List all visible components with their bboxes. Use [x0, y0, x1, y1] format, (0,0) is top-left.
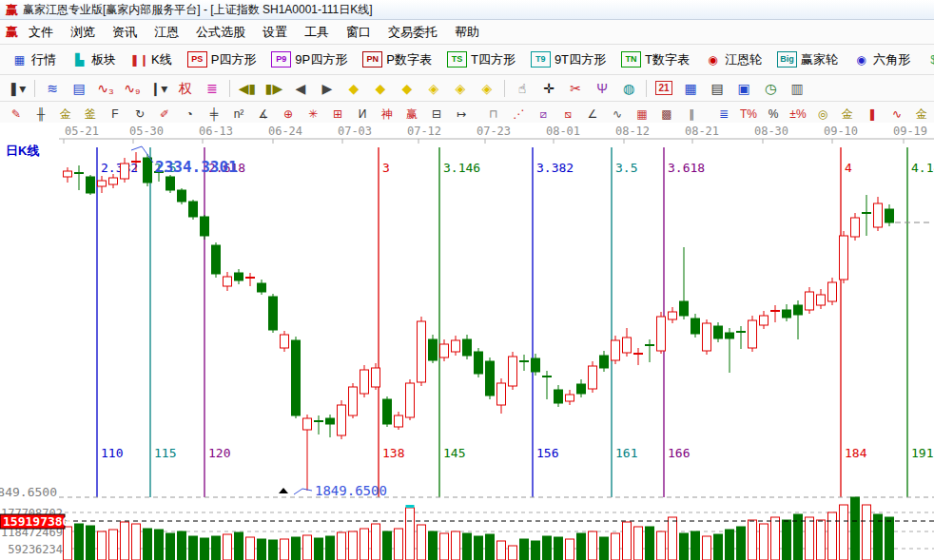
- parallel-lines-icon[interactable]: ∥: [679, 104, 704, 124]
- angle-pencil-icon[interactable]: ∡: [251, 104, 276, 124]
- candle-up-body[interactable]: [566, 395, 574, 401]
- 9t-square-button[interactable]: T99T四方形: [523, 48, 613, 71]
- candle-up-body[interactable]: [349, 387, 358, 415]
- candle-up-body[interactable]: [338, 405, 346, 435]
- candle-up-body[interactable]: [612, 340, 620, 360]
- percent-t-icon[interactable]: T%: [736, 104, 761, 124]
- restore-rights-icon[interactable]: 权: [172, 77, 199, 99]
- wave-9-icon[interactable]: ∿₉: [119, 77, 146, 99]
- candle-down-body[interactable]: [783, 310, 791, 318]
- cycle-clock-icon[interactable]: ◔: [177, 104, 202, 124]
- chart-style-dropdown-icon[interactable]: ❚▾: [4, 77, 30, 99]
- volume-bar-down[interactable]: [885, 517, 894, 560]
- volume-bar-down[interactable]: [577, 533, 586, 560]
- candle-up-body[interactable]: [703, 323, 711, 351]
- candle-down-body[interactable]: [189, 202, 198, 217]
- candle-up-body[interactable]: [121, 164, 129, 179]
- last-bar-icon[interactable]: ▮▶: [261, 77, 287, 99]
- service-button[interactable]: $赢家服务: [918, 48, 934, 71]
- candle-pen-icon[interactable]: ❚: [860, 104, 885, 124]
- next-bar-icon[interactable]: ▶: [314, 77, 341, 99]
- menu-item-5[interactable]: 设置: [254, 22, 296, 42]
- target-circle-icon[interactable]: ⊕: [276, 104, 301, 124]
- percent-icon[interactable]: %: [761, 104, 786, 124]
- star-grid-icon[interactable]: ✳: [301, 104, 325, 124]
- volume-bar-down[interactable]: [87, 526, 95, 560]
- volume-bar-down[interactable]: [737, 527, 746, 560]
- wave-3-icon[interactable]: ∿₃: [92, 77, 119, 99]
- brush-icon[interactable]: ✎: [4, 104, 29, 124]
- volume-bar-up[interactable]: [817, 520, 826, 560]
- p-square-button[interactable]: PSP四方形: [180, 48, 264, 71]
- volume-bar-down[interactable]: [555, 537, 563, 560]
- volume-bar-up[interactable]: [418, 525, 426, 560]
- quotes-button[interactable]: ▦行情: [4, 48, 64, 71]
- volume-bar-up[interactable]: [338, 532, 346, 560]
- volume-bar-up[interactable]: [612, 533, 620, 560]
- candle-up-body[interactable]: [851, 218, 860, 237]
- volume-bar-down[interactable]: [166, 533, 175, 560]
- candle-down-body[interactable]: [532, 358, 540, 372]
- volume-bar-down[interactable]: [851, 497, 860, 560]
- gann-wheel-button[interactable]: ◉江恩轮: [697, 48, 769, 71]
- candle-down-body[interactable]: [475, 352, 483, 374]
- volume-bar-up[interactable]: [566, 539, 574, 560]
- menu-item-7[interactable]: 窗口: [338, 22, 379, 42]
- frame-tool-icon[interactable]: ⊓: [481, 104, 506, 124]
- volume-bar-up[interactable]: [109, 530, 118, 560]
- candle-up-body[interactable]: [657, 317, 666, 351]
- candle-up-body[interactable]: [98, 181, 107, 186]
- ruler-123-icon[interactable]: ⊟: [424, 104, 449, 124]
- winner-wheel-button[interactable]: Big赢家轮: [769, 48, 846, 71]
- volume-bar-up[interactable]: [281, 539, 289, 560]
- zoom-compress-icon[interactable]: ◈: [420, 77, 447, 99]
- candle-up-body[interactable]: [589, 366, 597, 389]
- volume-bar-up[interactable]: [703, 536, 711, 560]
- volume-bar-up[interactable]: [98, 531, 107, 560]
- price-ladder-icon[interactable]: ≣: [711, 104, 736, 124]
- volume-bar-up[interactable]: [806, 517, 814, 560]
- candle-up-body[interactable]: [303, 418, 312, 430]
- volume-bar-up[interactable]: [64, 527, 72, 560]
- percent-x-icon[interactable]: ±%: [786, 104, 810, 124]
- w-wave-icon[interactable]: ∿: [605, 104, 630, 124]
- candle-up-body[interactable]: [452, 340, 460, 352]
- 9p-square-button[interactable]: P99P四方形: [263, 48, 355, 71]
- candle-down-body[interactable]: [680, 301, 689, 316]
- volume-bar-up[interactable]: [634, 527, 643, 560]
- volume-bar-up[interactable]: [349, 531, 358, 560]
- volume-bar-up[interactable]: [840, 505, 848, 560]
- angle-set-icon[interactable]: ∠: [580, 104, 605, 124]
- candle-up-body[interactable]: [749, 320, 757, 348]
- gold-section-icon[interactable]: 釜: [78, 104, 103, 124]
- zoom-h-icon[interactable]: ◆: [394, 77, 420, 99]
- candle-down-body[interactable]: [269, 297, 278, 330]
- hand-tool-icon[interactable]: ☝: [509, 77, 535, 99]
- n2-icon[interactable]: n²: [226, 104, 251, 124]
- zoom-right-icon[interactable]: ◆: [367, 77, 394, 99]
- volume-bar-down[interactable]: [178, 531, 186, 560]
- calculator-icon[interactable]: ▦: [677, 77, 704, 99]
- t-square-button[interactable]: TST四方形: [439, 48, 523, 71]
- volume-bar-down[interactable]: [326, 536, 335, 560]
- candle-down-body[interactable]: [383, 399, 392, 424]
- candle-up-body[interactable]: [623, 338, 632, 353]
- volume-bar-down[interactable]: [714, 534, 723, 560]
- pattern-icon[interactable]: ◍: [615, 77, 642, 99]
- volume-bar-up[interactable]: [395, 529, 403, 560]
- memo-icon[interactable]: ▤: [704, 77, 730, 99]
- candle-up-body[interactable]: [406, 383, 415, 417]
- menu-item-8[interactable]: 交易委托: [379, 22, 446, 42]
- gann-lines-icon[interactable]: ╫: [29, 104, 53, 124]
- volume-bar-down[interactable]: [189, 536, 198, 560]
- candle-down-body[interactable]: [726, 333, 734, 338]
- candle-up-body[interactable]: [360, 370, 369, 394]
- volume-bar-down[interactable]: [600, 537, 609, 560]
- volume-bar-up[interactable]: [224, 534, 232, 560]
- volume-bar-down[interactable]: [532, 541, 540, 560]
- volume-bar-up[interactable]: [863, 505, 871, 560]
- candle-up-body[interactable]: [109, 178, 118, 184]
- candle-up-body[interactable]: [64, 171, 72, 177]
- box-grid-icon[interactable]: ⊞: [325, 104, 350, 124]
- gold-circle-icon[interactable]: ◎: [810, 104, 835, 124]
